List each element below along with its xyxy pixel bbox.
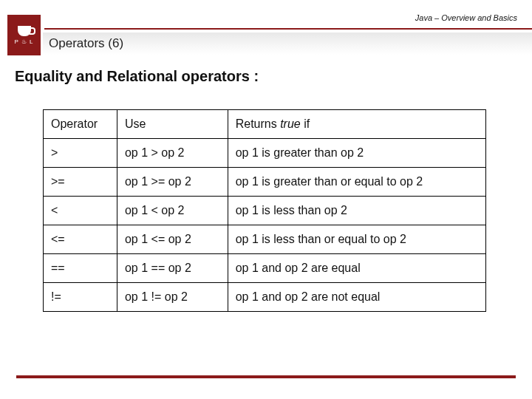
table-row: > op 1 > op 2 op 1 is greater than op 2 [44, 139, 486, 168]
cell-use: op 1 > op 2 [117, 139, 228, 168]
returns-text-c: if [301, 117, 310, 130]
page-title: Operators (6) [49, 36, 123, 51]
operators-table: Operator Use Returns true if > op 1 > op… [43, 109, 486, 312]
header-rule [44, 28, 532, 30]
table-row: == op 1 == op 2 op 1 and op 2 are equal [44, 254, 486, 283]
cell-ret: op 1 is less than op 2 [228, 197, 485, 225]
returns-text-a: Returns [236, 117, 280, 130]
cell-op: >= [44, 168, 117, 197]
cell-use: op 1 < op 2 [117, 197, 228, 225]
cell-ret: op 1 is greater than or equal to op 2 [228, 168, 485, 197]
table-row: < op 1 < op 2 op 1 is less than op 2 [44, 197, 486, 225]
col-header-operator: Operator [44, 110, 117, 139]
logo-text: P ♨ L [14, 38, 33, 45]
returns-text-true: true [280, 117, 301, 130]
footer-rule [16, 375, 516, 378]
cell-op: != [44, 283, 117, 312]
table-header-row: Operator Use Returns true if [44, 110, 486, 139]
cell-op: == [44, 254, 117, 283]
cell-use: op 1 != op 2 [117, 283, 228, 312]
col-header-use: Use [117, 110, 228, 139]
col-header-returns: Returns true if [228, 110, 485, 139]
breadcrumb: Java – Overview and Basics [415, 13, 517, 22]
cell-use: op 1 <= op 2 [117, 225, 228, 254]
cell-use: op 1 >= op 2 [117, 168, 228, 197]
table-row: <= op 1 <= op 2 op 1 is less than or equ… [44, 225, 486, 254]
coffee-cup-icon [18, 26, 31, 36]
cell-ret: op 1 and op 2 are not equal [228, 283, 485, 312]
cell-ret: op 1 and op 2 are equal [228, 254, 485, 283]
table-row: != op 1 != op 2 op 1 and op 2 are not eq… [44, 283, 486, 312]
logo: P ♨ L [7, 15, 41, 55]
cell-op: > [44, 139, 117, 168]
cell-use: op 1 == op 2 [117, 254, 228, 283]
cell-op: <= [44, 225, 117, 254]
section-heading: Equality and Relational operators : [15, 68, 259, 85]
cell-ret: op 1 is less than or equal to op 2 [228, 225, 485, 254]
title-bar: Operators (6) [43, 33, 532, 55]
cell-ret: op 1 is greater than op 2 [228, 139, 485, 168]
cell-op: < [44, 197, 117, 225]
table-row: >= op 1 >= op 2 op 1 is greater than or … [44, 168, 486, 197]
